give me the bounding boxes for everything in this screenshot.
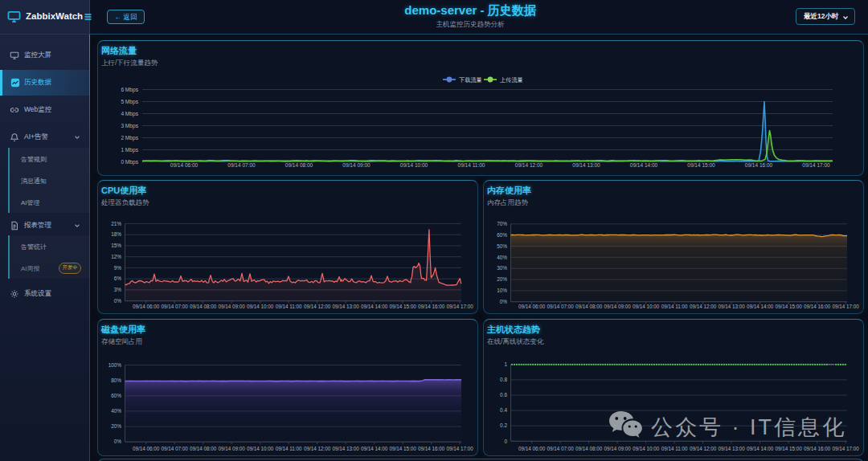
svg-text:50%: 50% [497,243,507,249]
svg-text:5 Mbps: 5 Mbps [121,99,138,105]
svg-text:18%: 18% [111,231,121,237]
svg-text:0.6: 0.6 [500,392,507,398]
svg-text:09/14 09:00: 09/14 09:00 [218,446,245,451]
svg-text:09/14 13:00: 09/14 13:00 [718,304,745,309]
svg-text:09/14 08:00: 09/14 08:00 [575,304,603,309]
svg-text:09/14 14:00: 09/14 14:00 [747,304,774,309]
svg-text:30%: 30% [497,265,507,271]
svg-text:09/14 09:00: 09/14 09:00 [604,446,631,451]
svg-text:09/14 16:00: 09/14 16:00 [804,446,831,451]
svg-text:4 Mbps: 4 Mbps [121,111,138,117]
svg-text:100%: 100% [108,362,122,368]
svg-text:0.8: 0.8 [500,377,507,382]
svg-text:15%: 15% [111,243,121,248]
svg-text:09/14 16:00: 09/14 16:00 [418,446,445,451]
svg-text:09/14 10:00: 09/14 10:00 [633,446,660,451]
svg-text:70%: 70% [497,221,507,226]
svg-text:09/14 10:00: 09/14 10:00 [400,162,428,168]
svg-text:09/14 11:00: 09/14 11:00 [276,446,302,451]
svg-text:09/14 17:00: 09/14 17:00 [832,304,859,309]
svg-text:09/14 06:00: 09/14 06:00 [133,304,160,309]
svg-text:09/14 15:00: 09/14 15:00 [775,446,802,451]
svg-text:2 Mbps: 2 Mbps [121,135,138,141]
svg-text:0.2: 0.2 [500,422,507,428]
svg-text:09/14 14:00: 09/14 14:00 [630,162,658,168]
svg-text:09/14 16:00: 09/14 16:00 [418,304,445,309]
svg-text:09/14 06:00: 09/14 06:00 [170,162,199,168]
svg-text:09/14 12:00: 09/14 12:00 [515,162,543,168]
svg-text:上传流量: 上传流量 [500,76,523,84]
svg-text:09/14 08:00: 09/14 08:00 [190,446,217,451]
svg-text:09/14 13:00: 09/14 13:00 [572,162,600,168]
svg-text:09/14 06:00: 09/14 06:00 [518,446,546,451]
svg-text:09/14 17:00: 09/14 17:00 [802,162,830,168]
svg-text:09/14 10:00: 09/14 10:00 [247,446,274,451]
svg-text:09/14 11:00: 09/14 11:00 [458,162,485,168]
svg-text:09/14 07:00: 09/14 07:00 [547,446,574,451]
svg-text:6 Mbps: 6 Mbps [121,87,138,93]
svg-text:09/14 10:00: 09/14 10:00 [247,304,274,309]
svg-text:09/14 08:00: 09/14 08:00 [190,304,217,309]
svg-text:40%: 40% [111,408,121,414]
svg-text:09/14 15:00: 09/14 15:00 [775,304,802,309]
svg-text:1: 1 [504,361,507,367]
svg-text:09/14 09:00: 09/14 09:00 [218,304,245,309]
svg-text:09/14 16:00: 09/14 16:00 [745,162,773,168]
svg-text:09/14 13:00: 09/14 13:00 [718,446,745,451]
svg-text:3%: 3% [114,287,122,292]
svg-text:1 Mbps: 1 Mbps [121,147,138,153]
svg-text:09/14 06:00: 09/14 06:00 [518,304,546,309]
svg-text:09/14 11:00: 09/14 11:00 [661,304,688,309]
svg-text:09/14 14:00: 09/14 14:00 [747,446,774,451]
svg-text:0%: 0% [114,439,122,444]
svg-text:09/14 15:00: 09/14 15:00 [687,162,715,168]
svg-text:09/14 06:00: 09/14 06:00 [133,446,160,451]
svg-text:09/14 16:00: 09/14 16:00 [804,304,831,309]
svg-text:09/14 07:00: 09/14 07:00 [547,304,574,309]
svg-text:3 Mbps: 3 Mbps [121,123,138,129]
svg-text:09/14 11:00: 09/14 11:00 [276,304,302,309]
svg-text:09/14 15:00: 09/14 15:00 [389,304,416,309]
svg-text:09/14 10:00: 09/14 10:00 [633,304,660,309]
svg-text:20%: 20% [111,423,121,429]
svg-text:09/14 08:00: 09/14 08:00 [285,162,313,168]
svg-text:80%: 80% [111,377,121,383]
svg-text:12%: 12% [111,254,121,259]
svg-text:0: 0 [504,439,507,444]
svg-text:40%: 40% [497,255,507,260]
svg-text:09/14 08:00: 09/14 08:00 [575,446,603,451]
svg-text:09/14 11:00: 09/14 11:00 [661,446,688,451]
svg-text:0 Mbps: 0 Mbps [121,159,138,165]
svg-text:60%: 60% [111,393,121,398]
svg-text:09/14 07:00: 09/14 07:00 [161,304,188,309]
svg-text:09/14 09:00: 09/14 09:00 [342,162,371,168]
svg-text:0%: 0% [114,298,122,304]
svg-text:0.4: 0.4 [500,407,507,413]
svg-text:20%: 20% [497,276,507,282]
svg-text:下载流量: 下载流量 [459,76,482,84]
svg-text:09/14 12:00: 09/14 12:00 [304,446,331,451]
svg-text:09/14 14:00: 09/14 14:00 [361,304,388,309]
svg-text:10%: 10% [497,288,507,293]
svg-text:9%: 9% [114,265,122,271]
svg-text:09/14 13:00: 09/14 13:00 [332,304,359,309]
svg-text:21%: 21% [111,221,121,226]
svg-text:09/14 07:00: 09/14 07:00 [161,446,188,451]
svg-text:09/14 09:00: 09/14 09:00 [604,304,631,309]
svg-text:0%: 0% [500,299,508,304]
svg-text:09/14 12:00: 09/14 12:00 [304,304,331,309]
svg-text:09/14 14:00: 09/14 14:00 [361,446,388,451]
svg-text:60%: 60% [497,232,507,238]
svg-text:09/14 12:00: 09/14 12:00 [690,446,717,451]
svg-text:09/14 07:00: 09/14 07:00 [227,162,256,168]
svg-text:6%: 6% [114,275,122,281]
svg-text:09/14 17:00: 09/14 17:00 [832,446,859,451]
svg-text:09/14 12:00: 09/14 12:00 [690,304,717,309]
svg-text:09/14 17:00: 09/14 17:00 [446,446,473,451]
svg-text:09/14 17:00: 09/14 17:00 [446,304,473,309]
svg-text:09/14 13:00: 09/14 13:00 [332,446,359,451]
svg-text:09/14 15:00: 09/14 15:00 [389,446,416,451]
